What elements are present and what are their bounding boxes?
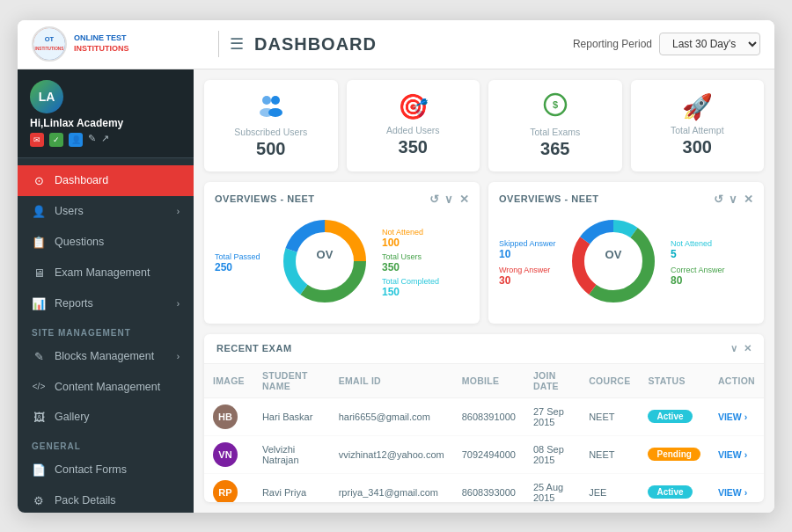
- overview-row: OVERVIEWS - NEET ↺ ∨ ✕ Total Passed 2: [204, 182, 764, 324]
- legend-total-passed: Total Passed 250: [215, 252, 268, 273]
- chevron-down-icon[interactable]: ∨: [729, 193, 738, 206]
- student-email: rpriya_341@gmail.com: [330, 473, 453, 502]
- col-mobile: MOBILE: [453, 364, 524, 398]
- student-name: Hari Baskar: [253, 397, 330, 435]
- col-email: EMAIL ID: [330, 364, 453, 398]
- student-name: Velvizhi Natrajan: [253, 435, 330, 473]
- refresh-icon[interactable]: ↺: [714, 193, 724, 206]
- content-area: Subscribed Users 500 🎯 Added Users 350 $: [194, 69, 774, 513]
- student-mobile: 8608391000: [453, 397, 524, 435]
- svg-text:$: $: [553, 99, 558, 110]
- close-icon[interactable]: ✕: [744, 343, 752, 354]
- overview-panel-right: OVERVIEWS - NEET ↺ ∨ ✕ Skipped Answer 10: [488, 182, 764, 324]
- sidebar-nav: ⊙ Dashboard 👤 Users › 📋 Questions 🖥 Exam…: [18, 158, 194, 513]
- col-student-name: STUDENT NAME: [253, 364, 330, 398]
- sidebar-profile: LA Hi,Linlax Academy ✉ ✓ 👤 ✎ ↗: [18, 69, 194, 158]
- stat-card-added-users: 🎯 Added Users 350: [347, 80, 480, 171]
- menu-icon[interactable]: ☰: [230, 34, 244, 54]
- sidebar-item-label: Gallery: [55, 411, 90, 423]
- table-row: RP Ravi Priya rpriya_341@gmail.com 86083…: [204, 473, 764, 502]
- overview-left-title: OVERVIEWS - NEET: [215, 193, 315, 204]
- total-exams-label: Total Exams: [499, 127, 612, 137]
- close-icon[interactable]: ✕: [459, 193, 470, 206]
- reporting-dropdown[interactable]: Last 30 Day's: [659, 33, 760, 55]
- stat-card-subscribed-users: Subscribed Users 500: [204, 80, 338, 171]
- added-users-label: Added Users: [357, 125, 470, 135]
- total-attempt-label: Total Attempt: [642, 125, 754, 135]
- stats-row: Subscribed Users 500 🎯 Added Users 350 $: [204, 80, 764, 171]
- view-link[interactable]: VIEW ›: [718, 412, 747, 422]
- overview-right-header: OVERVIEWS - NEET ↺ ∨ ✕: [499, 193, 753, 206]
- chevron-right-icon: ›: [177, 299, 180, 309]
- table-row: VN Velvizhi Natrajan vvizhinat12@yahoo.c…: [204, 435, 764, 473]
- svg-text:INSTITUTIONS: INSTITUTIONS: [35, 47, 64, 51]
- panel-header-actions: ↺ ∨ ✕: [429, 193, 470, 206]
- student-avatar: HB: [213, 404, 238, 429]
- sidebar-item-label: Users: [55, 205, 84, 217]
- student-name: Ravi Priya: [253, 473, 330, 502]
- header: OT INSTITUTIONS ONLINE TEST INSTITUTIONS…: [18, 20, 774, 69]
- course: JEE: [580, 473, 639, 502]
- sidebar-item-pack-details[interactable]: ⚙ Pack Details: [18, 485, 194, 513]
- legend-not-attened-r: Not Attened 5: [671, 239, 728, 260]
- chevron-down-icon[interactable]: ∨: [730, 343, 738, 354]
- reporting-label: Reporting Period: [573, 38, 652, 50]
- legend-wrong-answer: Wrong Answer 30: [499, 266, 556, 287]
- sidebar-item-dashboard[interactable]: ⊙ Dashboard: [18, 165, 194, 196]
- chevron-right-icon: ›: [177, 207, 180, 216]
- added-users-icon: 🎯: [357, 92, 470, 121]
- table-row: HB Hari Baskar hari6655@gmail.com 860839…: [204, 397, 764, 435]
- legend-skipped-answer: Skipped Answer 10: [499, 239, 556, 260]
- overview-right-title: OVERVIEWS - NEET: [499, 193, 599, 204]
- sidebar-item-users[interactable]: 👤 Users ›: [18, 196, 194, 227]
- col-join-date: JOIN DATE: [524, 364, 580, 398]
- subscribed-users-value: 500: [215, 139, 327, 159]
- status-badge: Active: [648, 485, 692, 499]
- sidebar-item-contact-forms[interactable]: 📄 Contact Forms: [18, 455, 194, 485]
- share-icon[interactable]: ↗: [101, 133, 109, 147]
- view-link[interactable]: VIEW ›: [718, 449, 747, 460]
- recent-exam-table: IMAGE STUDENT NAME EMAIL ID MOBILE JOIN …: [204, 364, 764, 502]
- col-status: STATUS: [639, 364, 708, 398]
- contact-icon: 📄: [32, 463, 46, 477]
- student-avatar: VN: [213, 442, 238, 467]
- refresh-icon[interactable]: ↺: [429, 193, 440, 206]
- avatar: LA: [30, 80, 63, 113]
- gallery-icon: 🖼: [32, 411, 46, 424]
- added-users-value: 350: [357, 137, 470, 157]
- sidebar-item-blocks[interactable]: ✎ Blocks Management ›: [18, 341, 194, 372]
- student-email: hari6655@gmail.com: [330, 397, 453, 435]
- legend-left: Total Passed 250: [215, 252, 268, 273]
- svg-text:OV: OV: [605, 248, 622, 261]
- sidebar-item-reports[interactable]: 📊 Reports ›: [18, 288, 194, 319]
- svg-point-6: [268, 108, 282, 117]
- profile-name: Hi,Linlax Academy: [30, 117, 123, 129]
- sidebar: LA Hi,Linlax Academy ✉ ✓ 👤 ✎ ↗ ⊙ Dashboa…: [18, 69, 194, 513]
- legend-not-attened: Not Attened 100: [382, 228, 439, 249]
- svg-point-0: [33, 28, 65, 60]
- sidebar-item-questions[interactable]: 📋 Questions: [18, 227, 194, 258]
- edit-icon[interactable]: ✎: [88, 133, 96, 147]
- close-icon[interactable]: ✕: [744, 193, 754, 206]
- logo-text-top: ONLINE TEST: [74, 33, 129, 44]
- legend-right: Not Attened 100 Total Users 350 Total Co…: [382, 228, 439, 298]
- stat-card-total-attempt: 🚀 Total Attempt 300: [631, 80, 765, 171]
- view-link[interactable]: VIEW ›: [718, 487, 747, 498]
- status-badge: Pending: [648, 448, 700, 461]
- recent-exam-panel: RECENT EXAM ∨ ✕ IMAGE STUDENT NAME EMAIL…: [204, 334, 764, 502]
- sidebar-item-gallery[interactable]: 🖼 Gallery: [18, 402, 194, 433]
- student-avatar: RP: [213, 480, 238, 502]
- logo-text-bottom: INSTITUTIONS: [74, 44, 129, 55]
- col-action: ACTION: [709, 364, 764, 398]
- chevron-down-icon[interactable]: ∨: [444, 193, 454, 206]
- sidebar-item-label: Contact Forms: [55, 463, 127, 476]
- student-mobile: 7092494000: [453, 435, 524, 473]
- svg-text:OV: OV: [317, 248, 334, 261]
- join-date: 08 Sep 2015: [524, 435, 580, 473]
- sidebar-item-label: Exam Management: [55, 266, 150, 279]
- reporting-area: Reporting Period Last 30 Day's: [573, 33, 760, 55]
- join-date: 27 Sep 2015: [524, 397, 580, 435]
- sidebar-item-exam-management[interactable]: 🖥 Exam Management: [18, 258, 194, 288]
- donut-chart-right: OV: [565, 213, 662, 313]
- sidebar-item-content[interactable]: </> Content Management: [18, 372, 194, 402]
